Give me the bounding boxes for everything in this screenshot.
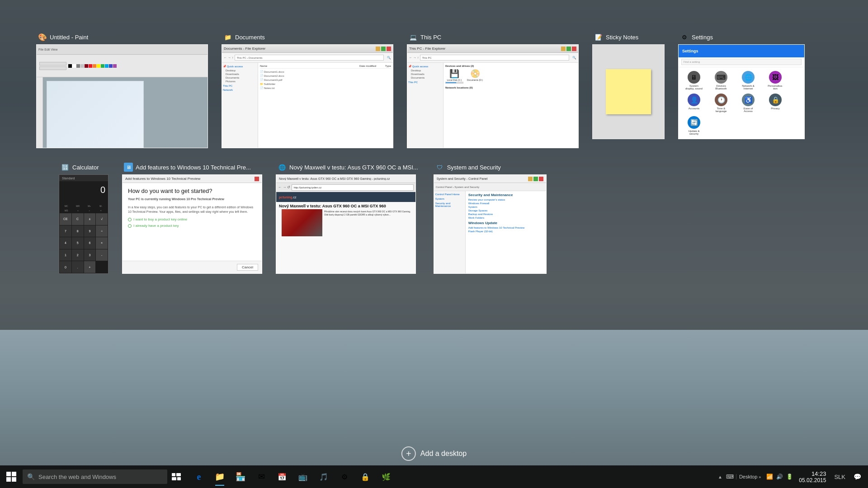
browser-icon: 🌐 [278,163,287,172]
taskbar-app-mail[interactable]: ✉ [251,467,271,487]
svg-rect-6 [172,477,176,480]
addfeatures-option2: I already have a product key [128,224,256,228]
window-thumb-browser[interactable]: ✕ 🌐 Nový Maxwell v testu: Asus GTX 960 O… [276,162,420,274]
start-button[interactable] [0,465,23,488]
browser-addressbar: http://pctuning.tyden.cz [292,184,414,191]
sysec-link-winupdate: Add features to Windows 10 Technical Pre… [468,226,543,229]
browser-title-text: Nový Maxwell v testu: Asus GTX 960 OC a … [279,177,390,180]
volume-icon[interactable]: 🔊 [775,469,783,484]
explorer-icon: 📁 [214,471,226,483]
window-titlebar-systemsecurity: 🛡 System and Security [434,162,547,173]
sysec-link-firewall: Windows Firewall [468,202,543,205]
settings-title: Settings [682,49,698,53]
keyboard-icon[interactable]: ⌨ [726,469,734,484]
addfeatures-dialog-subtitle: Your PC is currently running Windows 10 … [128,197,256,202]
window-titlebar-browser: 🌐 Nový Maxwell v testu: Asus GTX 960 OC … [276,162,420,173]
taskbar-app-ie[interactable]: e [189,467,209,487]
sysec-sidebar-item: Control Panel Home [435,193,464,196]
stickynotes-window-label: Sticky Notes [606,34,638,41]
systemsecurity-icon: 🛡 [435,163,444,172]
window-titlebar-paint: 🎨 Untitled - Paint [36,32,208,42]
clock-time: 14:23 [811,470,826,477]
sysec-titlebar: System and Security - Control Panel [434,175,546,183]
thispc-body: 📌 Quick access Desktop Downloads Documen… [407,63,578,148]
systemsecurity-window-label: System and Security [447,164,501,171]
documents-toolbar: ← → ↑ This PC › Documents 🔍 [222,53,393,63]
taskbar-app-9[interactable]: 🔒 [355,467,375,487]
settings-taskbar-icon: ⚙ [339,471,350,483]
calc-store-row: MS + ÷ × [59,208,108,213]
sysec-link-review: Review your computer's status [468,198,543,201]
addfeatures-icon: 🖥 [124,163,133,172]
thispc-icon: 💻 [409,33,418,42]
documents-content: NameDate modifiedType 📄 Document1.docx 📄… [258,63,393,148]
notification-center-button[interactable]: 💬 [850,465,864,488]
documents-preview: Documents - File Explorer ← → ↑ This PC … [222,44,393,148]
addfeatures-cancel-button[interactable]: Cancel [237,264,258,271]
window-thumb-addfeatures[interactable]: ✕ 🖥 Add features to Windows 10 Technical… [122,162,262,274]
mail-icon: ✉ [255,471,267,483]
windows-grid: ✕ 🎨 Untitled - Paint File Edit View [0,32,868,274]
taskbar-app-10[interactable]: 🌿 [376,467,396,487]
app5-icon: 📅 [276,471,288,483]
window-titlebar-addfeatures: 🖥 Add features to Windows 10 Technical P… [122,162,262,173]
window-thumb-documents[interactable]: ✕ 📁 Documents Documents - File Explorer … [222,32,393,148]
window-titlebar-stickynotes: 📝 Sticky Notes [592,32,665,42]
addfeatures-footer: Cancel [123,261,262,273]
paint-icon: 🎨 [38,33,47,42]
sysec-link-flashrepair: Flash Player (32-bit) [468,230,543,233]
calculator-preview: Standard 0 MC MR M+ M- MS + ÷ × [59,174,108,274]
taskbar-pinned-apps: e 📁 🏪 ✉ 📅 📺 🎵 ⚙ 🔒 [189,467,716,487]
documents-icon: 📁 [223,33,232,42]
browser-toolbar: ← → ↺ http://pctuning.tyden.cz [276,183,415,192]
taskbar-app-7[interactable]: 🎵 [314,467,334,487]
window-thumb-calculator[interactable]: ✕ 🔢 Calculator Standard 0 MC MR M+ M- [59,162,108,274]
taskbar-search-box[interactable]: 🔍 Search the web and Windows [23,469,167,484]
taskbar-app-5[interactable]: 📅 [272,467,292,487]
taskbar-app-settings[interactable]: ⚙ [335,467,354,487]
svg-rect-0 [6,472,11,476]
calculator-icon: 🔢 [61,163,70,172]
sysec-sidebar-item-system: System [435,197,464,200]
window-thumb-stickynotes[interactable]: ✕ 📝 Sticky Notes [592,32,665,139]
window-thumb-thispc[interactable]: ✕ 💻 This PC This PC - File Explorer ← → … [407,32,579,148]
sysec-link-workfolders: Work Folders [468,216,543,219]
paint-ribbon [37,55,208,77]
ie-icon: e [193,471,205,483]
thispc-preview: This PC - File Explorer ← → ↑ This PC 🔍 … [407,44,579,148]
windows-row-1: ✕ 🎨 Untitled - Paint File Edit View [36,32,832,148]
window-thumb-paint[interactable]: ✕ 🎨 Untitled - Paint File Edit View [36,32,208,148]
systray-overflow-button[interactable]: ▲ [716,469,724,484]
clock-area[interactable]: 14:23 05.02.2015 [795,470,830,483]
paint-preview: File Edit View [36,44,208,148]
desktop-chevron-icon: » [759,475,761,479]
taskbar-app-6[interactable]: 📺 [293,467,313,487]
stickynotes-icon: 📝 [594,33,603,42]
settings-window-label: Settings [692,34,713,41]
wifi-icon[interactable]: 📶 [765,469,774,484]
sysec-content: Security and Maintenance Review your com… [466,191,546,273]
add-desktop-button[interactable]: + Add a desktop [401,446,467,461]
taskbar-app-explorer[interactable]: 📁 [210,467,230,487]
desktop-label: Desktop [739,474,757,479]
addfeatures-dialog-title: How do you want to get started? [128,188,256,194]
settings-preview: Settings Find a setting 🖥Systemdisplay, … [678,44,805,139]
window-thumb-systemsecurity[interactable]: ✕ 🛡 System and Security System and Secur… [434,162,547,274]
addfeatures-titlebar: Add features to Windows 10 Technical Pre… [123,175,262,183]
calculator-window-label: Calculator [72,164,99,171]
battery-icon[interactable]: 🔋 [785,469,793,484]
window-thumb-settings[interactable]: ✕ ⚙ Settings Settings Find a setting 🖥Sy… [678,32,805,139]
documents-titlebar: Documents - File Explorer [222,45,393,53]
addfeatures-radio1 [128,218,132,221]
window-titlebar-settings: ⚙ Settings [678,32,805,42]
sysec-sidebar-item-security: Security and Maintenance [435,202,464,207]
language-indicator[interactable]: SLK [831,474,848,480]
settings-header: Settings [679,45,804,57]
taskbar-app-store[interactable]: 🏪 [231,467,250,487]
documents-sidebar: 📌 Quick access Desktop Downloads Documen… [222,63,258,148]
desktop-switch-button[interactable]: Desktop » [736,474,764,479]
taskview-button[interactable] [167,465,185,488]
paint-window-label: Untitled - Paint [50,34,88,41]
paint-canvas [47,81,144,148]
systemsecurity-preview: System and Security - Control Panel Cont… [434,174,547,274]
